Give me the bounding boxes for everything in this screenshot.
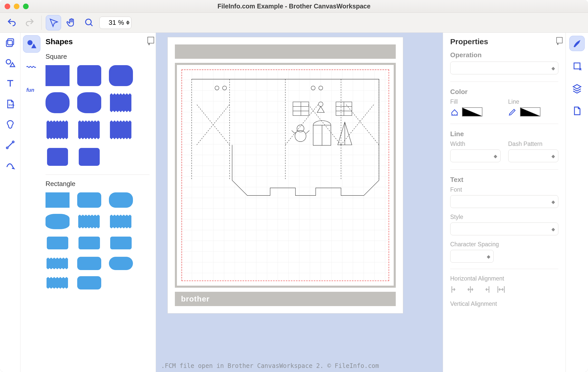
svg-point-0 [86, 19, 91, 25]
dash-pattern-label: Dash Pattern [508, 141, 559, 147]
align-left-icon[interactable] [450, 285, 460, 294]
category-wavy[interactable] [23, 58, 40, 76]
artboards-icon[interactable] [4, 36, 17, 49]
svg-rect-13 [47, 237, 68, 249]
style-select[interactable] [450, 223, 558, 235]
font-label: Font [450, 186, 558, 193]
shape-square-rounder[interactable] [109, 65, 133, 86]
layers-tab-icon[interactable] [569, 81, 585, 96]
shape-square-stamp3[interactable] [109, 119, 133, 140]
shape-square[interactable] [46, 65, 70, 86]
align-right-icon[interactable] [481, 285, 491, 294]
trace-tool-icon[interactable] [4, 118, 17, 131]
zoom-value: 31 [103, 19, 116, 27]
shape-square-rounded[interactable] [77, 65, 101, 86]
line-color-label: Line [508, 98, 559, 105]
zoom-input[interactable]: 31 % [99, 17, 131, 29]
shape-rect-cushion[interactable] [46, 214, 70, 229]
svg-line-31 [306, 131, 309, 134]
svg-line-8 [8, 143, 12, 147]
rectangle-shapes-grid [46, 192, 150, 289]
align-center-h-icon[interactable] [466, 285, 475, 294]
fill-swatch[interactable] [462, 107, 482, 117]
shape-square-scallop2[interactable] [77, 146, 101, 167]
svg-point-7 [12, 141, 14, 143]
fill-bucket-icon[interactable] [450, 108, 459, 116]
shape-square-scallop1[interactable] [46, 146, 70, 167]
detach-properties-icon[interactable] [558, 39, 558, 45]
zoom-stepper[interactable] [126, 20, 130, 25]
close-window-icon[interactable] [5, 4, 10, 9]
svg-point-17 [222, 86, 227, 90]
svg-line-30 [292, 131, 295, 134]
charspace-label: Character Spacing [450, 241, 558, 248]
shape-square-pill[interactable] [46, 92, 70, 113]
fill-label: Fill [450, 98, 501, 105]
properties-panel: Properties Operation Color Fill [443, 33, 566, 372]
shape-rect-rounded3[interactable] [77, 276, 101, 289]
main-toolbar: 31 % [0, 13, 588, 33]
zoom-unit: % [118, 19, 124, 27]
shape-rect-rounded[interactable] [77, 192, 101, 208]
svg-point-19 [319, 86, 323, 90]
svg-rect-12 [79, 148, 100, 166]
shape-group-rectangle: Rectangle [46, 180, 150, 188]
shape-rect-scallop2[interactable] [77, 235, 101, 251]
window-controls [5, 4, 29, 9]
charspace-input[interactable] [450, 250, 494, 263]
window-title: FileInfo.com Example - Brother CanvasWor… [0, 3, 588, 10]
redo-button[interactable] [22, 15, 37, 30]
svg-point-4 [6, 60, 11, 64]
shape-rect[interactable] [46, 192, 70, 208]
pan-tool-button[interactable] [64, 15, 79, 30]
operation-select[interactable] [450, 62, 558, 74]
text-section-label: Text [450, 176, 558, 184]
shape-rect-scallop3[interactable] [109, 235, 133, 251]
svg-point-6 [6, 147, 8, 149]
shape-rect-scallop1[interactable] [46, 235, 70, 251]
maximize-window-icon[interactable] [23, 4, 29, 9]
line-width-label: Width [450, 141, 501, 147]
shape-rect-rounded2[interactable] [77, 257, 101, 270]
transform-tab-icon[interactable] [569, 58, 585, 74]
dash-pattern-select[interactable] [508, 149, 559, 162]
properties-tab-icon[interactable] [569, 36, 585, 51]
shape-rect-zigzag2[interactable] [109, 214, 133, 229]
svg-rect-15 [110, 237, 132, 249]
minimize-window-icon[interactable] [14, 4, 19, 9]
select-tool-button[interactable] [46, 15, 61, 30]
detach-panel-icon[interactable] [149, 38, 150, 45]
design-artwork[interactable] [182, 69, 389, 281]
canvas-area[interactable]: brother [156, 33, 443, 372]
shape-square-cushion[interactable] [77, 92, 101, 113]
shape-square-zigzag[interactable] [109, 92, 133, 113]
shape-rect-stamp1[interactable] [46, 257, 70, 270]
undo-button[interactable] [4, 15, 19, 30]
pencil-icon[interactable] [508, 108, 517, 116]
shape-rect-stamp2[interactable] [46, 276, 70, 289]
titlebar: FileInfo.com Example - Brother CanvasWor… [0, 0, 588, 13]
path-tool-icon[interactable] [4, 159, 17, 172]
cutting-mat: brother [168, 37, 403, 313]
color-label: Color [450, 88, 558, 96]
line-width-select[interactable] [450, 149, 501, 162]
svg-import-icon[interactable]: SVG [4, 98, 17, 110]
shape-rect-pill[interactable] [109, 257, 133, 270]
font-select[interactable] [450, 195, 558, 208]
svg-text:fun: fun [26, 87, 34, 93]
align-stretch-h-icon[interactable] [496, 285, 506, 294]
zoom-tool-button[interactable] [82, 15, 97, 30]
shape-rect-rounder[interactable] [109, 192, 133, 208]
shape-square-stamp1[interactable] [46, 119, 70, 140]
style-label: Style [450, 214, 558, 220]
shapes-panel-title: Shapes [46, 37, 73, 46]
category-basic-shapes[interactable] [23, 35, 40, 53]
document-tab-icon[interactable] [569, 103, 585, 119]
line-swatch[interactable] [520, 107, 540, 117]
text-tool-icon[interactable] [4, 77, 17, 90]
shapes-tool-icon[interactable] [4, 57, 17, 69]
shape-square-stamp2[interactable] [77, 119, 101, 140]
line-tool-icon[interactable] [4, 138, 17, 151]
category-fun[interactable]: fun [23, 81, 40, 99]
shape-rect-zigzag1[interactable] [77, 214, 101, 229]
